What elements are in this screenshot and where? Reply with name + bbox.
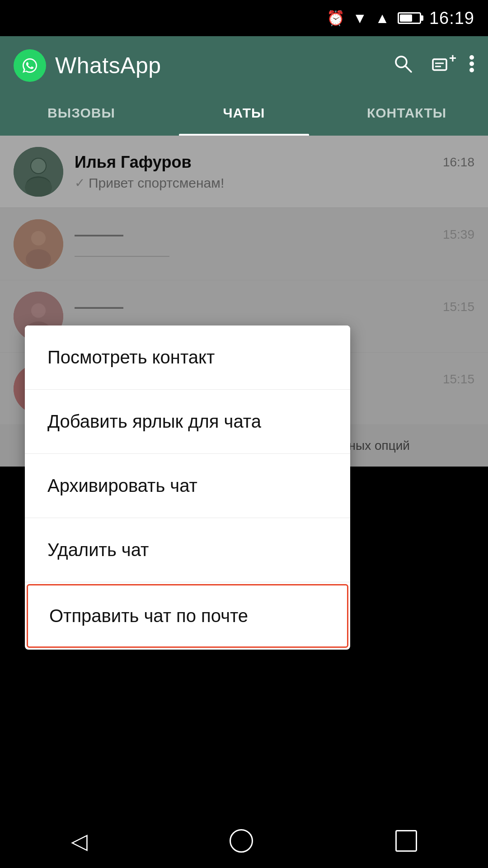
- menu-item-archive[interactable]: Архивировать чат: [25, 454, 350, 518]
- menu-item-add-shortcut[interactable]: Добавить ярлык для чата: [25, 390, 350, 454]
- app-logo: [14, 49, 46, 82]
- recent-icon: [395, 830, 417, 852]
- app-title: WhatsApp: [55, 52, 384, 79]
- svg-rect-3: [433, 59, 446, 70]
- nav-recent-button[interactable]: [395, 830, 417, 852]
- wifi-icon: ▼: [353, 10, 367, 27]
- status-icons: ⏰ ▼ ▲ 16:19: [327, 9, 474, 28]
- context-menu: Посмотреть контакт Добавить ярлык для ча…: [25, 326, 350, 650]
- alarm-icon: ⏰: [327, 9, 345, 27]
- svg-point-0: [18, 54, 42, 77]
- svg-point-6: [469, 55, 474, 60]
- tab-contacts[interactable]: КОНТАКТЫ: [325, 95, 488, 136]
- menu-item-send-email[interactable]: Отправить чат по почте: [27, 584, 348, 648]
- compose-icon[interactable]: +: [431, 56, 451, 75]
- back-icon: ◁: [71, 828, 88, 854]
- search-icon[interactable]: [393, 54, 413, 78]
- status-bar: ⏰ ▼ ▲ 16:19: [0, 0, 488, 36]
- menu-item-delete[interactable]: Удалить чат: [25, 518, 350, 582]
- tab-calls[interactable]: ВЫЗОВЫ: [0, 95, 163, 136]
- app-header: WhatsApp +: [0, 36, 488, 95]
- more-options-icon[interactable]: [469, 54, 474, 78]
- battery-icon: [398, 12, 421, 24]
- signal-icon: ▲: [375, 10, 389, 27]
- header-actions: +: [393, 54, 474, 78]
- tabs-bar: ВЫЗОВЫ ЧАТЫ КОНТАКТЫ: [0, 95, 488, 136]
- svg-point-7: [469, 61, 474, 66]
- home-icon: [230, 829, 253, 853]
- svg-point-8: [469, 68, 474, 72]
- svg-line-2: [405, 66, 411, 72]
- menu-item-view-contact[interactable]: Посмотреть контакт: [25, 326, 350, 390]
- status-time: 16:19: [429, 9, 474, 28]
- nav-back-button[interactable]: ◁: [71, 828, 88, 854]
- tab-chats[interactable]: ЧАТЫ: [163, 95, 325, 136]
- nav-bar: ◁: [0, 814, 488, 868]
- nav-home-button[interactable]: [230, 829, 253, 853]
- chat-list-area: Илья Гафуров 16:18 ✓ Привет спортсменам!: [0, 136, 488, 467]
- compose-plus: +: [449, 51, 456, 66]
